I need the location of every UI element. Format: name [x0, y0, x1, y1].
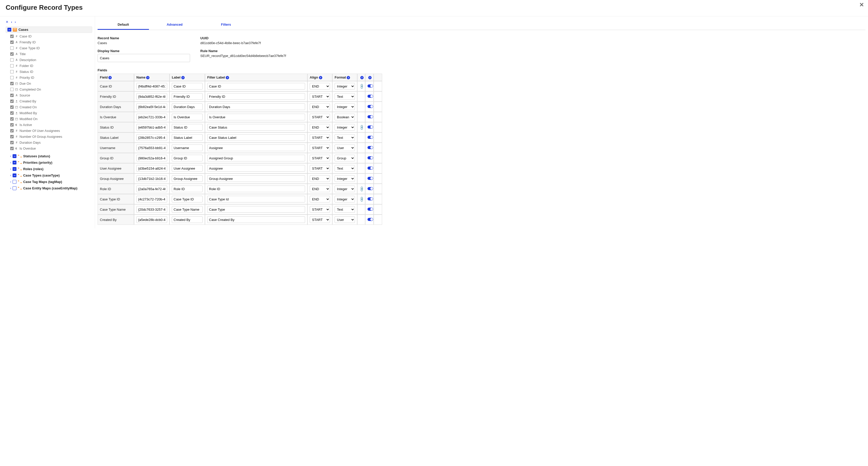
format-select[interactable]: Text	[335, 165, 355, 172]
align-select[interactable]: END	[310, 186, 330, 192]
format-select[interactable]: Text	[335, 134, 355, 141]
filter-label-input[interactable]	[207, 216, 305, 223]
filter-label-input[interactable]	[207, 155, 305, 161]
checkbox[interactable]	[10, 35, 13, 38]
filter-label-input[interactable]	[207, 165, 305, 172]
toggle-switch[interactable]	[368, 146, 373, 149]
sidebar-field-item[interactable]: ASource	[10, 92, 92, 98]
checkbox[interactable]	[10, 105, 13, 109]
nav-next-icon[interactable]: ›	[14, 20, 16, 24]
label-input[interactable]	[172, 114, 203, 120]
label-input[interactable]	[172, 196, 203, 202]
align-select[interactable]: END	[310, 124, 330, 131]
format-select[interactable]: Text	[335, 93, 355, 100]
sidebar-relation-item[interactable]: ›Case Tag Maps (tagMap)	[6, 178, 92, 185]
checkbox[interactable]	[10, 64, 13, 67]
collapse-icon[interactable]: −	[12, 173, 17, 177]
link-icon[interactable]: 🔗	[359, 186, 365, 192]
name-input[interactable]	[136, 114, 167, 120]
collapse-all-icon[interactable]: ✕	[6, 20, 8, 24]
align-select[interactable]: END	[310, 196, 330, 202]
sidebar-field-item[interactable]: #Status ID	[10, 69, 92, 75]
chevron-right-icon[interactable]: ›	[10, 187, 11, 190]
toggle-switch[interactable]	[368, 136, 373, 139]
name-input[interactable]	[136, 155, 167, 161]
align-select[interactable]: END	[310, 175, 330, 182]
link-icon[interactable]: 🔗	[359, 83, 365, 89]
collapse-icon[interactable]: −	[12, 154, 17, 158]
format-select[interactable]: Group	[335, 155, 355, 161]
chevron-right-icon[interactable]: ›	[10, 155, 11, 158]
sidebar-relation-item[interactable]: ›−Case Types (caseType)	[6, 172, 92, 178]
help-icon[interactable]: ?	[360, 76, 364, 79]
align-select[interactable]: START	[310, 144, 330, 151]
filter-label-input[interactable]	[207, 134, 305, 141]
sidebar-relation-item[interactable]: ›−Priorities (priority)	[6, 159, 92, 166]
help-icon[interactable]: ?	[181, 76, 185, 79]
sidebar-field-item[interactable]: Created By	[10, 98, 92, 104]
filter-label-input[interactable]	[207, 114, 305, 120]
tab-advanced[interactable]: Advanced	[149, 20, 200, 30]
checkbox[interactable]	[10, 88, 13, 91]
label-input[interactable]	[172, 165, 203, 172]
checkbox[interactable]	[10, 147, 13, 150]
sidebar-relation-item[interactable]: ›−Roles (roles)	[6, 166, 92, 172]
label-input[interactable]	[172, 83, 203, 90]
collapse-icon[interactable]: −	[7, 28, 11, 32]
tab-filters[interactable]: Filters	[200, 20, 252, 30]
link-icon[interactable]: 🔗	[359, 196, 365, 202]
format-select[interactable]: Integer	[335, 124, 355, 131]
format-select[interactable]: Integer	[335, 186, 355, 192]
sidebar-field-item[interactable]: ATitle	[10, 51, 92, 57]
checkbox[interactable]	[10, 135, 13, 138]
checkbox[interactable]	[10, 46, 13, 50]
sidebar-field-item[interactable]: ADescription	[10, 57, 92, 63]
sidebar-field-item[interactable]: #Priority ID	[10, 75, 92, 80]
name-input[interactable]	[136, 186, 167, 192]
format-select[interactable]: Text	[335, 206, 355, 213]
sidebar-field-item[interactable]: Modified On	[10, 116, 92, 122]
format-select[interactable]: Integer	[335, 83, 355, 90]
format-select[interactable]: Integer	[335, 103, 355, 110]
toggle-switch[interactable]	[368, 115, 373, 118]
toggle-switch[interactable]	[368, 95, 373, 98]
toggle-switch[interactable]	[368, 177, 373, 180]
checkbox[interactable]	[10, 100, 13, 103]
help-icon[interactable]: ?	[226, 76, 229, 79]
filter-label-input[interactable]	[207, 186, 305, 192]
format-select[interactable]: User	[335, 144, 355, 151]
collapse-icon[interactable]: −	[12, 161, 17, 165]
toggle-switch[interactable]	[368, 218, 373, 221]
toggle-switch[interactable]	[368, 126, 373, 129]
sidebar-field-item[interactable]: Due On	[10, 80, 92, 87]
checkbox[interactable]	[10, 76, 13, 79]
filter-label-input[interactable]	[207, 103, 305, 110]
sidebar-field-item[interactable]: #Case ID	[10, 33, 92, 39]
label-input[interactable]	[172, 206, 203, 213]
align-select[interactable]: START	[310, 93, 330, 100]
name-input[interactable]	[136, 206, 167, 213]
sidebar-relation-item[interactable]: ›−Statuses (status)	[6, 153, 92, 159]
checkbox[interactable]	[10, 52, 13, 56]
filter-label-input[interactable]	[207, 83, 305, 90]
toggle-switch[interactable]	[368, 187, 373, 190]
label-input[interactable]	[172, 144, 203, 151]
collapse-icon[interactable]: −	[12, 167, 17, 171]
align-select[interactable]: START	[310, 216, 330, 223]
name-input[interactable]	[136, 175, 167, 182]
align-select[interactable]: START	[310, 114, 330, 120]
label-input[interactable]	[172, 155, 203, 161]
sidebar-field-item[interactable]: AFriendly ID	[10, 39, 92, 45]
toggle-switch[interactable]	[368, 105, 373, 108]
chevron-right-icon[interactable]: ›	[10, 168, 11, 170]
sidebar-field-item[interactable]: Completed On	[10, 87, 92, 92]
tab-default[interactable]: Default	[98, 20, 149, 30]
chevron-right-icon[interactable]: ›	[10, 161, 11, 164]
checkbox[interactable]	[10, 117, 13, 121]
checkbox[interactable]	[10, 70, 13, 73]
format-select[interactable]: User	[335, 216, 355, 223]
label-input[interactable]	[172, 134, 203, 141]
format-select[interactable]: Boolean	[335, 114, 355, 120]
display-name-input[interactable]	[98, 54, 190, 62]
align-select[interactable]: START	[310, 206, 330, 213]
